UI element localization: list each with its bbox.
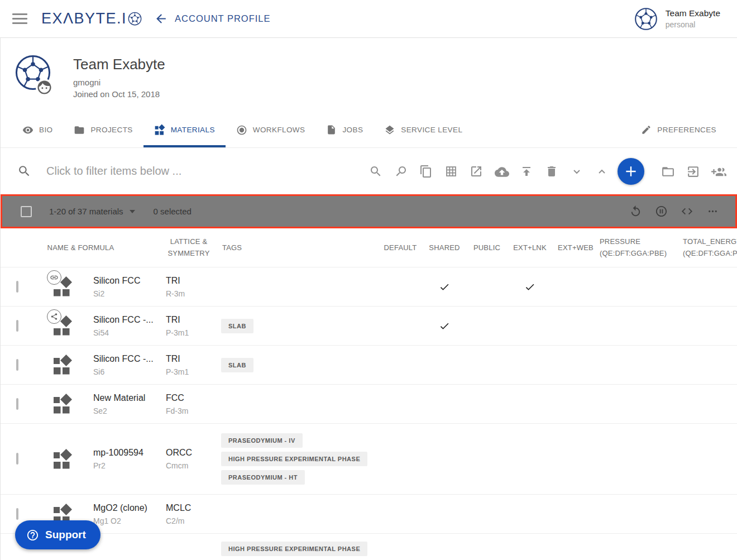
profile-username: gmogni <box>73 78 165 87</box>
material-icon <box>52 276 73 298</box>
group-add-icon[interactable] <box>711 165 725 178</box>
link-badge-icon <box>47 270 61 285</box>
tag-chip[interactable]: HIGH PRESSURE EXPERIMENTAL PHASE <box>221 452 367 466</box>
account-type: personal <box>666 20 720 29</box>
chevron-down-icon[interactable] <box>570 165 583 178</box>
refresh-icon[interactable] <box>629 205 642 218</box>
column-shared: SHARED <box>423 243 466 252</box>
table-row[interactable]: mp-1009594 Pr2 ORCC Cmcm PRASEODYMIUM - … <box>1 423 737 494</box>
tab-preferences[interactable]: PREFERENCES <box>630 114 727 147</box>
cloud-upload-icon[interactable] <box>495 165 508 178</box>
material-name: Silicon FCC -... <box>93 315 161 325</box>
lattice-type: FCC <box>166 393 217 403</box>
row-checkbox[interactable] <box>16 398 18 410</box>
shared-check-icon <box>439 281 450 293</box>
import-icon[interactable] <box>686 165 700 178</box>
zoom-in-icon[interactable] <box>369 165 382 178</box>
grid-icon[interactable] <box>444 165 458 178</box>
material-icon <box>52 448 73 470</box>
pause-circle-icon[interactable] <box>655 205 668 218</box>
zoom-reset-icon[interactable] <box>394 165 408 178</box>
profile-section: Team Exabyte gmogni Joined on Oct 15, 20… <box>1 38 737 114</box>
tab-projects-label: PROJECTS <box>90 126 132 134</box>
table-row[interactable]: Silicon FCC -... Si6 TRI P-3m1 SLAB <box>1 345 737 384</box>
tab-workflows[interactable]: WORKFLOWS <box>226 114 316 147</box>
lattice-type: ORCC <box>166 448 217 458</box>
support-button[interactable]: Support <box>15 520 100 549</box>
row-checkbox[interactable] <box>16 320 18 332</box>
open-in-new-icon[interactable] <box>470 165 483 178</box>
upload-icon[interactable] <box>520 165 533 178</box>
row-checkbox[interactable] <box>16 359 18 371</box>
search-icon <box>17 164 31 178</box>
lattice-type: TRI <box>166 354 217 364</box>
exabyte-logo[interactable]: EXΛBYTE.I <box>41 10 142 27</box>
row-checkbox[interactable] <box>16 281 18 293</box>
account-avatar <box>634 7 658 31</box>
tab-bio[interactable]: BIO <box>12 114 63 147</box>
material-icon <box>52 354 73 376</box>
tag-chip[interactable]: HIGH PRESSURE EXPERIMENTAL PHASE <box>221 542 367 556</box>
column-name-formula: NAME & FORMULA <box>1 243 161 252</box>
back-arrow-icon[interactable] <box>154 12 168 26</box>
material-formula: Mg1 O2 <box>93 516 161 525</box>
column-pressure: PRESSURE (QE:DFT:GGA:PBE) <box>600 236 677 259</box>
column-public: PUBLIC <box>466 243 508 252</box>
table-row[interactable]: Silicon FCC Si2 TRI R-3m <box>1 267 737 306</box>
eye-icon <box>22 125 34 136</box>
layers-icon <box>384 125 395 136</box>
material-formula: Pr2 <box>93 461 161 470</box>
lattice-type: TRI <box>166 276 217 286</box>
tab-jobs[interactable]: JOBS <box>315 114 374 147</box>
pencil-icon <box>641 125 652 135</box>
copy-icon[interactable] <box>419 165 433 178</box>
add-material-button[interactable] <box>618 158 644 185</box>
menu-icon[interactable] <box>12 13 27 25</box>
pagination-dropdown[interactable]: 1-20 of 37 materials <box>49 207 135 216</box>
row-checkbox[interactable] <box>16 508 18 520</box>
selection-bar: 1-20 of 37 materials 0 selected <box>1 194 737 228</box>
select-all-checkbox[interactable] <box>21 206 32 217</box>
delete-icon[interactable] <box>545 165 558 178</box>
material-name: mp-1009594 <box>93 448 161 458</box>
tab-projects[interactable]: PROJECTS <box>63 114 143 147</box>
table-row[interactable]: HIGH PRESSURE EXPERIMENTAL PHASE <box>1 533 737 560</box>
account-name: Team Exabyte <box>666 8 720 18</box>
tab-workflows-label: WORKFLOWS <box>253 126 305 134</box>
profile-avatar <box>15 54 51 91</box>
column-tags: TAGS <box>217 243 377 252</box>
ext-lnk-check-icon <box>524 281 535 293</box>
symmetry-group: C2/m <box>166 516 217 525</box>
symmetry-group: P-3m1 <box>166 328 217 337</box>
table-row[interactable]: Silicon FCC -... Si54 TRI P-3m1 SLAB <box>1 306 737 345</box>
profile-tabs: BIO PROJECTS MATERIALS WORKFLOWS JOBS SE… <box>1 114 737 147</box>
shared-check-icon <box>439 320 450 332</box>
column-lattice-symmetry: LATTICE & SYMMETRY <box>163 236 214 259</box>
caret-down-icon <box>130 210 135 213</box>
radio-checked-icon <box>236 125 247 136</box>
tag-chip[interactable]: SLAB <box>221 358 253 372</box>
material-name: Silicon FCC <box>93 276 161 286</box>
main-content: Team Exabyte gmogni Joined on Oct 15, 20… <box>0 38 737 560</box>
symmetry-group: Cmcm <box>166 461 217 470</box>
tab-materials[interactable]: MATERIALS <box>143 114 226 147</box>
folder-open-icon[interactable] <box>661 165 674 178</box>
material-name: MgO2 (clone) <box>93 503 161 513</box>
material-name: New Material <box>93 393 161 403</box>
account-menu[interactable]: Team Exabyte personal <box>634 7 720 31</box>
chevron-up-icon[interactable] <box>595 165 609 178</box>
tag-chip[interactable]: PRASEODYMIUM - HT <box>221 470 305 485</box>
pagination-label: 1-20 of 37 materials <box>49 207 123 216</box>
row-checkbox[interactable] <box>16 453 18 465</box>
tab-service-level[interactable]: SERVICE LEVEL <box>374 114 473 147</box>
logo-text: EXΛBYTE.I <box>41 10 127 27</box>
filter-input[interactable] <box>46 165 357 178</box>
code-icon[interactable] <box>681 205 693 218</box>
table-row[interactable]: New Material Se2 FCC Fd-3m <box>1 384 737 423</box>
more-icon[interactable] <box>706 205 719 218</box>
tag-chip[interactable]: SLAB <box>221 319 253 333</box>
tab-preferences-label: PREFERENCES <box>657 126 716 134</box>
tag-chip[interactable]: PRASEODYMIUM - IV <box>221 433 303 448</box>
tab-bio-label: BIO <box>39 126 52 134</box>
table-row[interactable]: MgO2 (clone) Mg1 O2 MCLC C2/m <box>1 494 737 533</box>
